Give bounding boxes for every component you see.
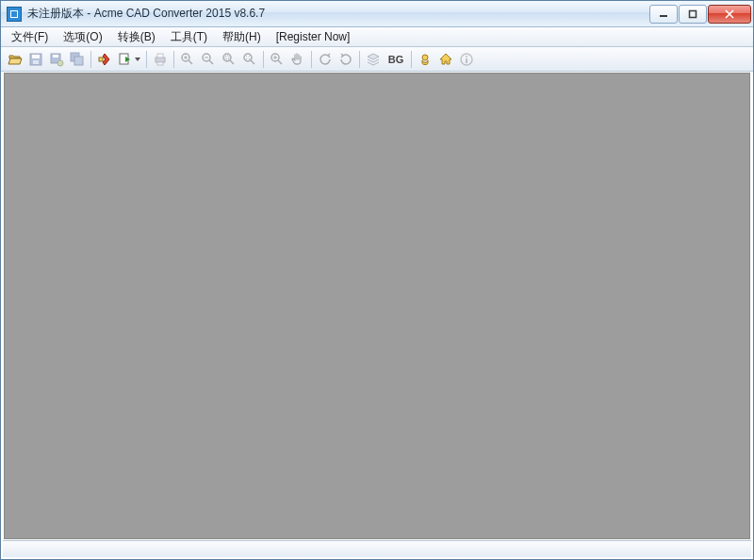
zoom-realtime-button[interactable]: [267, 49, 287, 70]
toolbar-separator: [411, 51, 412, 68]
close-icon: [725, 9, 734, 19]
batch-save-button[interactable]: [67, 49, 88, 70]
menu-file[interactable]: 文件(F): [5, 27, 55, 47]
convert-button[interactable]: [94, 49, 115, 70]
svg-line-28: [278, 60, 282, 64]
zoom-out-icon: [201, 52, 216, 67]
app-window: 未注册版本 - Acme CAD Converter 2015 v8.6.7 文…: [0, 0, 754, 560]
window-controls: [649, 5, 751, 24]
svg-rect-4: [33, 60, 39, 64]
open-button[interactable]: [5, 49, 25, 70]
menu-help[interactable]: 帮助(H): [216, 27, 268, 47]
print-icon: [153, 52, 168, 67]
home-icon: [438, 52, 453, 67]
svg-rect-6: [53, 55, 58, 58]
rotate-left-icon: [318, 52, 333, 67]
menu-bar: 文件(F) 选项(O) 转换(B) 工具(T) 帮助(H) [Register …: [1, 27, 753, 47]
toolbar-separator: [90, 51, 91, 68]
menu-tools[interactable]: 工具(T): [164, 27, 214, 47]
rotate-right-button[interactable]: [336, 49, 356, 70]
zoom-extents-icon: [242, 52, 257, 67]
print-button[interactable]: [150, 49, 171, 70]
save-button[interactable]: [25, 49, 46, 70]
svg-rect-3: [32, 55, 40, 58]
zoom-in-button[interactable]: [177, 49, 198, 70]
pan-button[interactable]: [287, 49, 308, 70]
svg-line-23: [230, 60, 234, 64]
info-icon: [459, 52, 474, 67]
svg-line-26: [251, 60, 254, 64]
zoom-out-button[interactable]: [198, 49, 219, 70]
layers-icon: [366, 52, 381, 67]
svg-rect-9: [74, 57, 83, 65]
app-icon: [7, 7, 22, 22]
menu-register[interactable]: [Register Now]: [270, 28, 357, 45]
layers-button[interactable]: [363, 49, 384, 70]
maximize-icon: [688, 9, 697, 19]
svg-point-7: [57, 60, 63, 66]
svg-rect-24: [225, 56, 229, 59]
pan-icon: [290, 52, 305, 67]
svg-rect-10: [99, 58, 103, 61]
toolbar-separator: [173, 51, 174, 68]
zoom-in-icon: [180, 52, 195, 67]
zoom-window-icon: [221, 52, 237, 67]
title-bar: 未注册版本 - Acme CAD Converter 2015 v8.6.7: [1, 1, 753, 27]
svg-point-22: [223, 54, 231, 61]
menu-options[interactable]: 选项(O): [57, 27, 108, 47]
svg-rect-32: [466, 58, 467, 63]
minimize-icon: [659, 9, 668, 19]
info-button[interactable]: [456, 49, 477, 70]
background-button[interactable]: BG: [384, 49, 408, 70]
maximize-button[interactable]: [679, 5, 707, 24]
rotate-left-button[interactable]: [315, 49, 336, 70]
options-button[interactable]: [415, 49, 435, 70]
home-button[interactable]: [435, 49, 456, 70]
convert-icon: [97, 52, 112, 67]
toolbar: BG: [1, 47, 753, 72]
svg-rect-1: [690, 10, 697, 17]
export-icon: [118, 52, 133, 67]
batch-save-icon: [70, 52, 85, 67]
open-icon: [8, 52, 23, 67]
zoom-realtime-icon: [270, 52, 285, 67]
rotate-right-icon: [338, 52, 353, 67]
menu-convert[interactable]: 转换(B): [111, 27, 162, 47]
toolbar-separator: [146, 51, 147, 68]
options-icon: [418, 52, 433, 67]
toolbar-separator: [311, 51, 312, 68]
svg-rect-12: [156, 58, 165, 62]
svg-rect-14: [157, 62, 163, 65]
close-button[interactable]: [708, 5, 751, 24]
svg-point-29: [422, 55, 428, 60]
svg-line-20: [209, 60, 213, 64]
svg-rect-13: [157, 54, 163, 58]
save-as-button[interactable]: [46, 49, 67, 70]
svg-line-16: [188, 60, 192, 64]
status-bar: [3, 540, 751, 557]
chevron-down-icon: [135, 58, 140, 61]
toolbar-separator: [263, 51, 264, 68]
zoom-window-button[interactable]: [219, 49, 239, 70]
minimize-button[interactable]: [649, 5, 678, 24]
toolbar-separator: [359, 51, 360, 68]
window-title: 未注册版本 - Acme CAD Converter 2015 v8.6.7: [27, 6, 649, 22]
workspace-canvas[interactable]: [4, 73, 750, 539]
export-button[interactable]: [115, 49, 143, 70]
bg-label: BG: [388, 54, 404, 65]
svg-point-31: [466, 56, 467, 58]
save-as-icon: [49, 52, 64, 67]
save-icon: [28, 52, 43, 67]
zoom-extents-button[interactable]: [239, 49, 260, 70]
